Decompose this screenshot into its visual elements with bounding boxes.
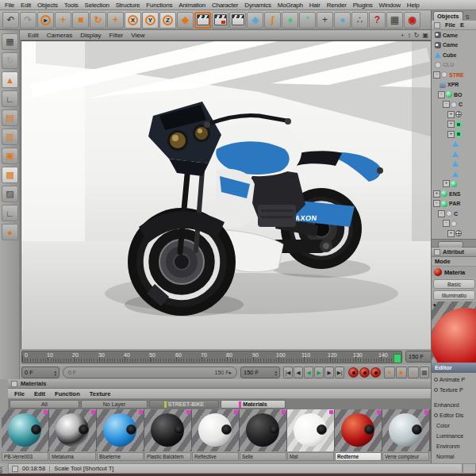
materials-menu-texture[interactable]: Texture <box>90 390 111 397</box>
play-backward-icon[interactable]: ◀ <box>304 367 313 378</box>
preview-range-slider[interactable]: 0 F 150 F ▸ <box>63 367 237 378</box>
selected-material-row[interactable]: Materia <box>432 267 476 278</box>
menu-render[interactable]: Render <box>327 2 347 9</box>
redo-icon[interactable]: ↷ <box>20 12 36 29</box>
tree-item[interactable]: -PAR <box>432 199 476 209</box>
current-frame-field[interactable]: 0 F ▴▾ <box>21 367 60 378</box>
tab-all[interactable]: All <box>10 400 79 409</box>
uv-mode-icon[interactable]: ▩ <box>2 167 18 183</box>
lock-z-icon[interactable]: Z <box>159 12 176 29</box>
prop-normal[interactable]: Normal <box>432 451 476 462</box>
content-browser-icon[interactable]: ◉ <box>404 12 420 29</box>
menu-structure[interactable]: Structure <box>116 2 140 9</box>
animation-mode-icon[interactable]: ● <box>2 224 18 240</box>
material-name[interactable]: Selle <box>240 452 286 461</box>
collapse-icon[interactable]: - <box>438 91 445 98</box>
material-thumb[interactable] <box>335 409 382 451</box>
texture-mode-icon[interactable]: ▨ <box>2 186 18 202</box>
last-tool-icon[interactable]: + <box>107 12 124 29</box>
tree-item[interactable]: + <box>432 109 476 120</box>
menu-plugins[interactable]: Plugins <box>353 2 373 9</box>
zoom-view-icon[interactable]: ↕ <box>408 32 411 39</box>
prop-animate-preview[interactable]: Animate P <box>432 374 476 385</box>
tree-item[interactable]: Cube <box>432 50 476 60</box>
menu-mograph[interactable]: MoGraph <box>278 2 303 9</box>
render-view-icon[interactable] <box>194 12 211 29</box>
material-thumb[interactable] <box>97 409 144 451</box>
vp-menu-view[interactable]: View <box>131 32 144 39</box>
material-name[interactable]: Blueterne <box>97 452 144 461</box>
tree-item[interactable]: + <box>432 228 476 239</box>
material-name[interactable]: Mat <box>287 452 334 461</box>
tab-basic[interactable]: Basic <box>433 279 475 289</box>
tree-item[interactable]: -BO <box>432 90 476 100</box>
tree-item-selected[interactable]: -STRE <box>432 70 476 80</box>
prop-texture-preview[interactable]: Texture P <box>432 385 476 395</box>
current-frame-marker[interactable] <box>393 354 401 363</box>
resize-corner[interactable] <box>463 463 476 474</box>
prop-enhanced[interactable]: Enhanced <box>432 400 476 410</box>
menu-dynamics[interactable]: Dynamics <box>244 2 271 9</box>
tab-structure-partial[interactable]: S <box>466 13 470 21</box>
collapse-icon[interactable]: - <box>443 220 450 227</box>
tree-item[interactable] <box>432 169 476 179</box>
move-tool-icon[interactable]: + <box>55 12 71 29</box>
tree-item[interactable]: + <box>432 179 476 190</box>
materials-menu-function[interactable]: Function <box>55 390 80 397</box>
vp-menu-edit[interactable]: Edit <box>28 32 39 39</box>
texture-axis-mode-icon[interactable]: ∟ <box>2 205 18 221</box>
material-thumb-selected[interactable] <box>287 409 334 451</box>
tree-item[interactable]: + <box>432 120 476 130</box>
add-spline-icon[interactable]: ∫ <box>264 12 281 29</box>
keyframe-selection-icon[interactable]: ▦ <box>420 367 429 378</box>
tree-item[interactable]: XPR <box>432 80 476 90</box>
expand-icon[interactable]: + <box>443 180 450 187</box>
rotate-tool-icon[interactable]: ↻ <box>90 12 106 29</box>
tree-item[interactable]: - <box>432 219 476 229</box>
add-deformer-icon[interactable]: + <box>317 12 333 29</box>
material-name[interactable]: Metaluma <box>49 452 96 461</box>
objects-menu-file[interactable]: File <box>445 21 455 29</box>
tree-item[interactable]: -C <box>432 100 476 110</box>
tree-item[interactable]: +ENS <box>432 189 476 199</box>
next-frame-icon[interactable]: ▶ <box>324 367 334 378</box>
tree-item[interactable] <box>432 159 476 170</box>
material-thumb[interactable] <box>192 409 239 451</box>
render-settings-icon[interactable] <box>229 12 246 29</box>
go-to-start-icon[interactable]: |◀ <box>283 367 293 378</box>
menu-animation[interactable]: Animation <box>178 2 205 9</box>
model-mode-icon[interactable]: ▲ <box>2 71 18 88</box>
tree-item[interactable]: Came <box>432 40 476 51</box>
menu-edit[interactable]: Edit <box>21 2 31 9</box>
lock-x-icon[interactable]: X <box>125 12 141 29</box>
add-primitive-icon[interactable]: ◆ <box>247 12 263 29</box>
undo-icon[interactable]: ↶ <box>2 12 19 29</box>
tab-materials[interactable]: Materials <box>221 400 286 409</box>
record-options-icon[interactable] <box>370 367 381 378</box>
menu-functions[interactable]: Functions <box>146 2 172 9</box>
pan-view-icon[interactable]: + <box>401 32 405 39</box>
autokeying-icon[interactable] <box>359 367 370 378</box>
points-mode-icon[interactable]: ▤ <box>2 109 18 126</box>
lock-y-icon[interactable]: Y <box>142 12 159 29</box>
prop-color[interactable]: Color <box>432 420 476 431</box>
material-name[interactable]: Verre compteur <box>382 452 429 461</box>
material-thumb[interactable] <box>144 409 191 451</box>
stepper-arrows-icon[interactable]: ▴▾ <box>54 370 56 376</box>
material-thumb[interactable] <box>240 409 286 451</box>
menu-tools[interactable]: Tools <box>64 2 79 9</box>
tab-objects[interactable]: Objects <box>433 11 463 21</box>
menu-hair[interactable]: Hair <box>309 2 321 9</box>
stepper-arrows-icon[interactable]: ▴▾ <box>274 370 277 376</box>
object-axis-mode-icon[interactable]: ∟ <box>2 90 18 107</box>
record-keyframe-icon[interactable] <box>348 367 359 378</box>
expand-icon[interactable]: + <box>447 230 455 237</box>
preview-dropdown-icon[interactable]: ▾ <box>433 302 436 309</box>
range-end-field[interactable]: 150 F ▴▾ <box>240 367 280 378</box>
material-preview[interactable]: ▾ <box>432 301 476 363</box>
tree-hscrollbar[interactable] <box>432 239 476 248</box>
editor-header[interactable]: Editor <box>432 363 476 373</box>
toggle-view-icon[interactable]: ▣ <box>422 32 428 39</box>
play-forward-icon[interactable]: ▶ <box>314 367 324 378</box>
polygons-mode-icon[interactable]: ▣ <box>2 148 18 164</box>
